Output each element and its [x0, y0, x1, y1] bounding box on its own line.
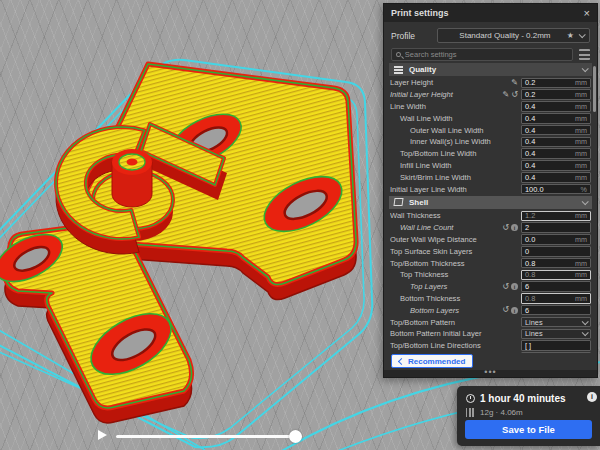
setting-label: Initial Layer Height — [390, 90, 503, 99]
info-icon[interactable]: i — [587, 392, 597, 402]
info-icon[interactable]: i — [511, 307, 518, 314]
recommended-button[interactable]: Recommended — [391, 354, 473, 368]
setting-label: Top Surface Skin Layers — [390, 247, 521, 256]
setting-row: Initial Layer Line Width100.0% — [384, 183, 597, 195]
shell-icon — [393, 198, 403, 206]
setting-row: Bottom Layers↺i6 — [384, 304, 597, 316]
setting-value-field[interactable]: 0.4mm — [521, 137, 591, 148]
setting-value-field[interactable]: 0 — [521, 246, 591, 257]
setting-value-field[interactable]: 0.2mm — [521, 78, 591, 89]
setting-icons: ↺i — [502, 283, 518, 291]
setting-row: Initial Layer Height✎↺0.2mm — [384, 89, 597, 101]
setting-label: Inner Wall(s) Line Width — [390, 137, 521, 146]
section-header-shell[interactable]: Shell — [389, 196, 592, 209]
setting-unit: mm — [575, 149, 587, 158]
profile-dropdown[interactable]: Standard Quality - 0.2mm ★ — [437, 28, 590, 43]
setting-dropdown[interactable]: Lines — [521, 317, 591, 328]
search-icon — [396, 52, 401, 57]
close-icon[interactable]: × — [584, 8, 590, 18]
info-icon[interactable]: i — [511, 283, 518, 290]
setting-value-field[interactable]: 0mm — [521, 352, 591, 353]
revert-icon[interactable]: ↺ — [511, 91, 518, 99]
setting-value-field[interactable]: 0.2mm — [521, 89, 591, 100]
setting-row: Top/Bottom Line Width0.4mm — [384, 148, 597, 160]
setting-row: Line Width0.4mm — [384, 101, 597, 113]
setting-value-field[interactable]: 0.0mm — [521, 234, 591, 245]
setting-value-field[interactable]: 0.4mm — [521, 125, 591, 136]
setting-label: Line Width — [390, 102, 521, 111]
setting-row: Outer Wall Line Width0.4mm — [384, 124, 597, 136]
setting-value-field[interactable]: 0.8mm — [521, 270, 591, 281]
setting-label: Bottom Pattern Initial Layer — [390, 329, 521, 338]
filter-icon[interactable] — [579, 49, 590, 60]
revert-icon[interactable]: ↺ — [502, 224, 509, 232]
setting-label: Layer Height — [390, 78, 511, 87]
search-input[interactable] — [405, 50, 568, 59]
setting-value-field[interactable]: 0.8mm — [521, 293, 591, 304]
setting-value-field[interactable]: 0.4mm — [521, 160, 591, 171]
pencil-icon[interactable]: ✎ — [503, 91, 510, 99]
setting-value: 0.4 — [525, 173, 575, 182]
setting-icons: ✎ — [511, 79, 518, 87]
setting-row: Wall Line Width0.4mm — [384, 112, 597, 124]
clock-icon — [466, 394, 475, 403]
slider-track[interactable] — [116, 435, 302, 438]
setting-value-field[interactable]: 0.8mm — [521, 258, 591, 269]
setting-label: Top Layers — [390, 282, 502, 291]
chevron-down-icon — [582, 65, 589, 72]
setting-value-field[interactable]: [ ] — [521, 340, 591, 351]
revert-icon[interactable]: ↺ — [502, 283, 509, 291]
setting-unit: mm — [575, 161, 587, 170]
info-icon[interactable]: i — [511, 224, 518, 231]
setting-unit: mm — [575, 90, 587, 99]
setting-label: Top Thickness — [390, 270, 521, 279]
revert-icon[interactable]: ↺ — [502, 306, 509, 314]
setting-value-field[interactable]: 0.4mm — [521, 148, 591, 159]
search-box[interactable] — [391, 48, 573, 61]
setting-row: Bottom Thickness0.8mm — [384, 293, 597, 305]
setting-value-field[interactable]: 2 — [521, 222, 591, 233]
setting-value-field[interactable]: 6 — [521, 305, 591, 316]
material-usage: 12g · 4.06m — [480, 408, 523, 417]
play-icon[interactable] — [98, 430, 107, 440]
print-settings-panel: Print settings × Profile Standard Qualit… — [383, 3, 598, 378]
save-to-file-button[interactable]: Save to File — [465, 420, 592, 439]
setting-label: Top/Bottom Thickness — [390, 259, 521, 268]
setting-row: Bottom Pattern Initial LayerLines — [384, 328, 597, 340]
recommended-label: Recommended — [408, 357, 465, 366]
cura-window: Print settings × Profile Standard Qualit… — [0, 0, 600, 450]
setting-value-field[interactable]: 1.2mm — [521, 211, 591, 222]
pencil-icon[interactable]: ✎ — [511, 79, 518, 87]
setting-value-field[interactable]: 0.4mm — [521, 172, 591, 183]
setting-value: 0.0 — [525, 235, 575, 244]
setting-icons: ↺i — [502, 306, 518, 314]
setting-label: Outer Wall Wipe Distance — [390, 235, 521, 244]
setting-value: 1.2 — [525, 211, 575, 220]
dropdown-value: Lines — [525, 329, 582, 338]
chevron-down-icon — [582, 318, 589, 325]
setting-dropdown[interactable]: Lines — [521, 329, 591, 340]
setting-value-field[interactable]: 100.0% — [521, 184, 591, 195]
search-row — [391, 47, 590, 61]
setting-value-field[interactable]: 0.4mm — [521, 101, 591, 112]
slider-handle[interactable] — [289, 430, 302, 443]
setting-row: Outer Wall Wipe Distance0.0mm — [384, 234, 597, 246]
setting-value-field[interactable]: 6 — [521, 281, 591, 292]
setting-label: Infill Line Width — [390, 161, 521, 170]
setting-value: 0.8 — [525, 259, 575, 268]
star-icon[interactable]: ★ — [567, 31, 574, 40]
setting-row: Wall Thickness1.2mm — [384, 210, 597, 222]
setting-label: Top/Bottom Pattern — [390, 318, 521, 327]
scrollbar-thumb[interactable] — [593, 66, 597, 112]
setting-value: 0.8 — [525, 294, 575, 303]
setting-row: Top Layers↺i6 — [384, 281, 597, 293]
setting-icons: ✎↺ — [503, 91, 518, 99]
section-header-quality[interactable]: Quality — [389, 63, 592, 76]
setting-value-field[interactable]: 0.4mm — [521, 113, 591, 124]
panel-header[interactable]: Print settings × — [384, 4, 597, 22]
setting-unit: % — [581, 185, 587, 194]
setting-label: Wall Thickness — [390, 211, 521, 220]
center-cylinder — [112, 149, 152, 207]
setting-value: 2 — [525, 223, 587, 232]
panel-resize-grip[interactable]: ••• — [384, 370, 597, 377]
